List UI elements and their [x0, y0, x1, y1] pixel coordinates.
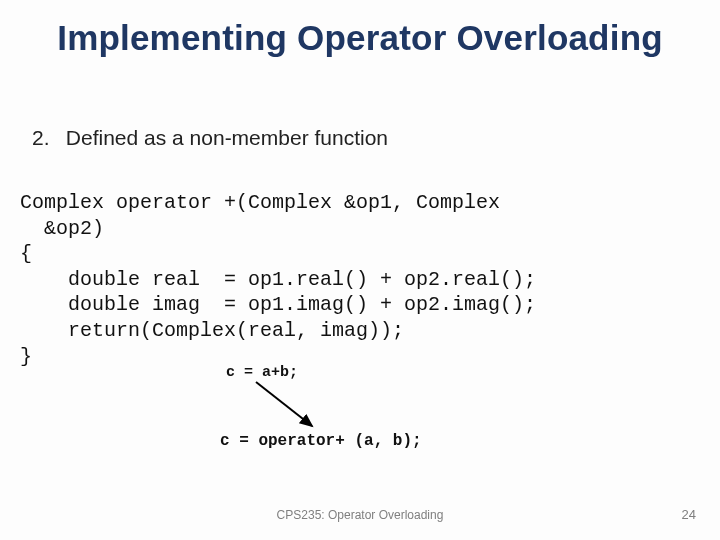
expr-short: c = a+b; — [226, 364, 298, 381]
expr-long: c = operator+ (a, b); — [220, 432, 422, 450]
code-line: { — [20, 242, 32, 265]
bullet-text: Defined as a non-member function — [66, 126, 388, 149]
code-block: Complex operator +(Complex &op1, Complex… — [20, 190, 536, 369]
slide: Implementing Operator Overloading 2. Def… — [0, 0, 720, 540]
bullet-item: 2. Defined as a non-member function — [32, 126, 388, 150]
slide-title: Implementing Operator Overloading — [0, 18, 720, 58]
code-line: double imag = op1.imag() + op2.imag(); — [20, 293, 536, 316]
arrow-icon — [250, 378, 330, 432]
page-number: 24 — [682, 507, 696, 522]
svg-line-0 — [256, 382, 312, 426]
footer-text: CPS235: Operator Overloading — [0, 508, 720, 522]
code-line: &op2) — [20, 217, 104, 240]
code-line: Complex operator +(Complex &op1, Complex — [20, 191, 500, 214]
code-line: return(Complex(real, imag)); — [20, 319, 404, 342]
code-line: double real = op1.real() + op2.real(); — [20, 268, 536, 291]
bullet-number: 2. — [32, 126, 60, 150]
code-line: } — [20, 345, 32, 368]
